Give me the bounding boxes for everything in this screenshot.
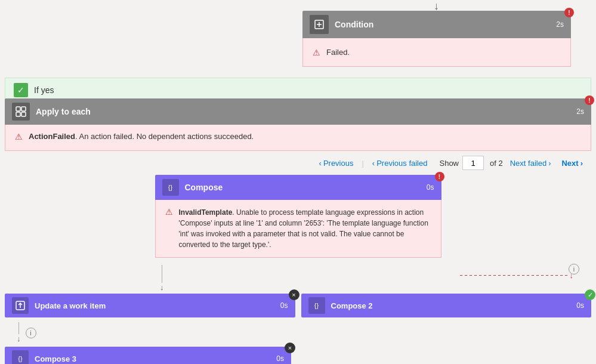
compose3-arrow: ↓ (17, 322, 21, 343)
compose2-time: 0s (576, 301, 584, 310)
apply-each-error-text: ActionFailed. An action failed. No depen… (29, 132, 254, 141)
pagination-row: ‹ Previous | ‹ Previous failed Show of 2… (5, 156, 591, 170)
compose3-icon: {} (12, 350, 29, 364)
apply-each-time: 2s (576, 107, 584, 116)
next-chevron: › (580, 159, 583, 168)
right-arrow: ↓ (460, 271, 574, 280)
action-failed-bold: ActionFailed (29, 132, 75, 141)
update-close-icon[interactable]: × (289, 289, 299, 300)
next-failed-chevron: › (548, 159, 551, 168)
compose3-info-circle[interactable]: i (26, 328, 36, 338)
condition-error-badge: ! (564, 8, 574, 17)
left-arrow-line (162, 265, 162, 283)
compose-error-badge: ! (435, 172, 444, 181)
condition-header-left: Condition (310, 15, 373, 34)
update-time: 0s (280, 301, 288, 310)
condition-body: ⚠ Failed. (302, 38, 571, 67)
svg-rect-4 (21, 107, 26, 111)
next-failed-button[interactable]: Next failed › (507, 158, 555, 169)
apply-each-title: Apply to each (36, 107, 91, 116)
next-failed-label: Next failed (510, 159, 546, 168)
check-icon: ✓ (14, 83, 28, 97)
compose2-success-icon: ✓ (585, 289, 595, 300)
dashed-line (460, 275, 567, 276)
compose-title: Compose (185, 183, 223, 192)
compose3-header-left: {} Compose 3 (12, 350, 76, 364)
compose3-close-icon[interactable]: × (285, 343, 295, 353)
condition-header[interactable]: Condition 2s ! (302, 11, 571, 38)
compose3-time: 0s (276, 354, 284, 363)
compose3-icon-symbol: {} (18, 355, 22, 362)
update-work-item-block[interactable]: Update a work item 0s × (5, 294, 295, 317)
compose-block: {} Compose 0s ! ⚠ InvalidTemplate. Unabl… (155, 175, 441, 258)
of-text: of 2 (490, 159, 503, 168)
compose-warning-icon: ⚠ (165, 207, 173, 217)
left-arrow-down: ↓ (160, 265, 164, 292)
if-yes-text: If yes (34, 85, 54, 95)
compose-wrapper: {} Compose 0s ! ⚠ InvalidTemplate. Unabl… (155, 175, 441, 258)
next-button[interactable]: Next › (558, 158, 586, 169)
apply-each-warning-icon: ⚠ (15, 132, 23, 141)
update-title: Update a work item (35, 301, 106, 310)
branch-arrows: ↓ ↓ i (5, 265, 591, 294)
previous-label: Previous (323, 159, 354, 168)
apply-each-icon (12, 103, 30, 121)
condition-failed-text: Failed. (326, 48, 350, 57)
compose3-arrow-symbol: ↓ (17, 334, 21, 343)
bottom-actions-row: Update a work item 0s × {} Compose 2 0s (5, 294, 591, 317)
apply-each-error-badge: ! (585, 95, 594, 105)
svg-rect-3 (16, 107, 20, 111)
compose-error-text: InvalidTemplate. Unable to process templ… (179, 207, 431, 250)
left-arrow-symbol: ↓ (160, 283, 164, 292)
compose3-arrow-row: ↓ i (5, 322, 591, 343)
compose2-icon-symbol: {} (314, 302, 319, 309)
compose-header[interactable]: {} Compose 0s ! (155, 175, 441, 200)
svg-rect-6 (21, 112, 26, 116)
condition-block: Condition 2s ! ⚠ Failed. (302, 11, 571, 67)
pagination-divider-1: | (362, 159, 363, 168)
update-work-item-wrapper: Update a work item 0s × (5, 294, 295, 317)
prev-chevron: ‹ (319, 159, 322, 168)
compose-body: ⚠ InvalidTemplate. Unable to process tem… (155, 200, 441, 258)
previous-button[interactable]: ‹ Previous (316, 158, 357, 169)
compose3-wrapper: {} Compose 3 0s × (5, 347, 291, 364)
compose3-block[interactable]: {} Compose 3 0s × (5, 347, 291, 364)
compose-body-inner: ⚠ InvalidTemplate. Unable to process tem… (165, 207, 431, 250)
check-symbol: ✓ (17, 85, 24, 95)
next-label: Next (561, 159, 578, 168)
apply-each-body: ⚠ ActionFailed. An action failed. No dep… (5, 125, 591, 151)
apply-each-header[interactable]: Apply to each 2s ! (5, 98, 591, 125)
compose3-title: Compose 3 (35, 354, 76, 363)
compose2-icon: {} (308, 297, 325, 314)
apply-each-header-left: Apply to each (12, 103, 91, 121)
page-input[interactable] (462, 156, 484, 170)
compose2-wrapper: {} Compose 2 0s ✓ (301, 294, 592, 317)
compose-header-left: {} Compose (162, 179, 223, 196)
apply-each-block: Apply to each 2s ! ⚠ ActionFailed. An ac… (5, 98, 591, 364)
compose2-title: Compose 2 (331, 301, 373, 310)
compose3-arrow-line (18, 322, 19, 334)
info-icon: i (573, 266, 575, 273)
compose2-header-left: {} Compose 2 (308, 297, 373, 314)
compose-icon: {} (162, 179, 179, 196)
condition-warning-icon: ⚠ (313, 48, 320, 57)
compose3-info-icon: i (30, 329, 31, 337)
previous-failed-button[interactable]: ‹ Previous failed (369, 158, 431, 169)
main-container: ↓ Condition 2s ! ⚠ Failed. (0, 0, 596, 364)
show-text: Show (439, 159, 459, 168)
action-failed-detail: . An action failed. No dependent actions… (75, 132, 254, 141)
condition-time: 2s (556, 20, 564, 29)
previous-failed-label: Previous failed (376, 159, 427, 168)
compose2-block[interactable]: {} Compose 2 0s ✓ (301, 294, 592, 317)
update-icon (12, 297, 29, 314)
compose-icon-symbol: {} (168, 184, 172, 191)
condition-title: Condition (335, 20, 373, 29)
update-header-left: Update a work item (12, 297, 106, 314)
compose-error-bold: InvalidTemplate (179, 208, 233, 217)
prev-failed-chevron: ‹ (372, 159, 375, 168)
condition-icon (310, 15, 329, 34)
compose-time: 0s (427, 183, 434, 192)
svg-rect-5 (16, 112, 20, 116)
info-circle[interactable]: i (569, 264, 579, 274)
